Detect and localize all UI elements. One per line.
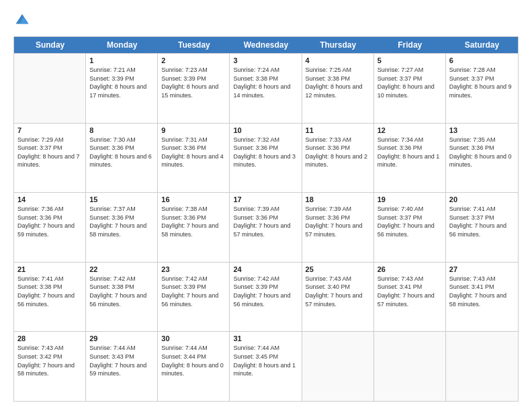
calendar-cell: 22Sunrise: 7:42 AM Sunset: 3:38 PM Dayli…: [86, 263, 158, 332]
calendar-cell: 2Sunrise: 7:23 AM Sunset: 3:39 PM Daylig…: [158, 54, 230, 123]
calendar-cell: 21Sunrise: 7:41 AM Sunset: 3:38 PM Dayli…: [14, 263, 86, 332]
header: [13, 12, 519, 30]
calendar-header-day: Tuesday: [158, 37, 230, 53]
calendar-cell: 10Sunrise: 7:32 AM Sunset: 3:36 PM Dayli…: [230, 124, 302, 193]
calendar-cell: [374, 332, 446, 401]
cell-info: Sunrise: 7:44 AM Sunset: 3:43 PM Dayligh…: [89, 344, 154, 377]
calendar-cell: 23Sunrise: 7:42 AM Sunset: 3:39 PM Dayli…: [158, 263, 230, 332]
calendar-cell: 7Sunrise: 7:29 AM Sunset: 3:37 PM Daylig…: [14, 124, 86, 193]
day-number: 19: [378, 195, 442, 203]
cell-info: Sunrise: 7:39 AM Sunset: 3:36 PM Dayligh…: [306, 205, 370, 238]
calendar-cell: 24Sunrise: 7:42 AM Sunset: 3:39 PM Dayli…: [230, 263, 302, 332]
day-number: 20: [449, 195, 515, 203]
day-number: 9: [161, 126, 226, 134]
cell-info: Sunrise: 7:43 AM Sunset: 3:40 PM Dayligh…: [306, 275, 370, 308]
calendar-body: 1Sunrise: 7:21 AM Sunset: 3:39 PM Daylig…: [14, 53, 518, 401]
calendar-cell: 26Sunrise: 7:43 AM Sunset: 3:41 PM Dayli…: [374, 263, 446, 332]
cell-info: Sunrise: 7:36 AM Sunset: 3:36 PM Dayligh…: [17, 205, 82, 238]
cell-info: Sunrise: 7:24 AM Sunset: 3:38 PM Dayligh…: [233, 66, 298, 99]
calendar-week-5: 28Sunrise: 7:43 AM Sunset: 3:42 PM Dayli…: [14, 331, 518, 401]
cell-info: Sunrise: 7:43 AM Sunset: 3:42 PM Dayligh…: [17, 344, 82, 377]
calendar-cell: 12Sunrise: 7:34 AM Sunset: 3:36 PM Dayli…: [374, 124, 446, 193]
cell-info: Sunrise: 7:28 AM Sunset: 3:37 PM Dayligh…: [449, 66, 515, 99]
day-number: 28: [17, 334, 82, 342]
cell-info: Sunrise: 7:41 AM Sunset: 3:37 PM Dayligh…: [449, 205, 515, 238]
cell-info: Sunrise: 7:35 AM Sunset: 3:36 PM Dayligh…: [449, 136, 515, 169]
day-number: 14: [17, 195, 82, 203]
day-number: 12: [378, 126, 442, 134]
day-number: 29: [89, 334, 154, 342]
calendar-cell: 5Sunrise: 7:27 AM Sunset: 3:37 PM Daylig…: [374, 54, 446, 123]
day-number: 6: [449, 56, 515, 64]
cell-info: Sunrise: 7:44 AM Sunset: 3:45 PM Dayligh…: [233, 344, 298, 377]
day-number: 27: [449, 265, 515, 273]
day-number: 17: [233, 195, 298, 203]
page: SundayMondayTuesdayWednesdayThursdayFrid…: [0, 0, 532, 411]
calendar-cell: 4Sunrise: 7:25 AM Sunset: 3:38 PM Daylig…: [302, 54, 374, 123]
day-number: 1: [89, 56, 154, 64]
calendar-cell: 29Sunrise: 7:44 AM Sunset: 3:43 PM Dayli…: [86, 332, 158, 401]
calendar-cell: 1Sunrise: 7:21 AM Sunset: 3:39 PM Daylig…: [86, 54, 158, 123]
calendar-week-1: 1Sunrise: 7:21 AM Sunset: 3:39 PM Daylig…: [14, 53, 518, 123]
day-number: 4: [306, 56, 370, 64]
calendar-header-day: Sunday: [14, 37, 86, 53]
calendar: SundayMondayTuesdayWednesdayThursdayFrid…: [13, 36, 519, 402]
logo: [13, 12, 30, 30]
cell-info: Sunrise: 7:23 AM Sunset: 3:39 PM Dayligh…: [161, 66, 226, 99]
cell-info: Sunrise: 7:41 AM Sunset: 3:38 PM Dayligh…: [17, 275, 82, 308]
day-number: 7: [17, 126, 82, 134]
calendar-cell: 20Sunrise: 7:41 AM Sunset: 3:37 PM Dayli…: [446, 193, 518, 262]
calendar-cell: 15Sunrise: 7:37 AM Sunset: 3:36 PM Dayli…: [86, 193, 158, 262]
calendar-header-day: Wednesday: [230, 37, 302, 53]
day-number: 31: [233, 334, 298, 342]
calendar-header-day: Thursday: [302, 37, 374, 53]
day-number: 30: [161, 334, 226, 342]
day-number: 5: [378, 56, 442, 64]
day-number: 16: [161, 195, 226, 203]
calendar-cell: 6Sunrise: 7:28 AM Sunset: 3:37 PM Daylig…: [446, 54, 518, 123]
cell-info: Sunrise: 7:43 AM Sunset: 3:41 PM Dayligh…: [449, 275, 515, 308]
day-number: 2: [161, 56, 226, 64]
day-number: 3: [233, 56, 298, 64]
cell-info: Sunrise: 7:31 AM Sunset: 3:36 PM Dayligh…: [161, 136, 226, 169]
calendar-week-4: 21Sunrise: 7:41 AM Sunset: 3:38 PM Dayli…: [14, 262, 518, 332]
calendar-cell: 11Sunrise: 7:33 AM Sunset: 3:36 PM Dayli…: [302, 124, 374, 193]
cell-info: Sunrise: 7:27 AM Sunset: 3:37 PM Dayligh…: [378, 66, 442, 99]
calendar-header-day: Monday: [86, 37, 158, 53]
cell-info: Sunrise: 7:37 AM Sunset: 3:36 PM Dayligh…: [89, 205, 154, 238]
calendar-cell: 25Sunrise: 7:43 AM Sunset: 3:40 PM Dayli…: [302, 263, 374, 332]
calendar-cell: 18Sunrise: 7:39 AM Sunset: 3:36 PM Dayli…: [302, 193, 374, 262]
calendar-header-day: Friday: [374, 37, 446, 53]
calendar-cell: 27Sunrise: 7:43 AM Sunset: 3:41 PM Dayli…: [446, 263, 518, 332]
calendar-cell: 8Sunrise: 7:30 AM Sunset: 3:36 PM Daylig…: [86, 124, 158, 193]
cell-info: Sunrise: 7:33 AM Sunset: 3:36 PM Dayligh…: [306, 136, 370, 169]
calendar-cell: 14Sunrise: 7:36 AM Sunset: 3:36 PM Dayli…: [14, 193, 86, 262]
cell-info: Sunrise: 7:42 AM Sunset: 3:38 PM Dayligh…: [89, 275, 154, 308]
calendar-cell: 28Sunrise: 7:43 AM Sunset: 3:42 PM Dayli…: [14, 332, 86, 401]
day-number: 15: [89, 195, 154, 203]
cell-info: Sunrise: 7:34 AM Sunset: 3:36 PM Dayligh…: [378, 136, 442, 169]
cell-info: Sunrise: 7:30 AM Sunset: 3:36 PM Dayligh…: [89, 136, 154, 169]
calendar-header-row: SundayMondayTuesdayWednesdayThursdayFrid…: [14, 37, 518, 53]
cell-info: Sunrise: 7:29 AM Sunset: 3:37 PM Dayligh…: [17, 136, 82, 169]
logo-icon: [15, 12, 30, 27]
calendar-week-3: 14Sunrise: 7:36 AM Sunset: 3:36 PM Dayli…: [14, 192, 518, 262]
calendar-header-day: Saturday: [446, 37, 518, 53]
calendar-cell: 31Sunrise: 7:44 AM Sunset: 3:45 PM Dayli…: [230, 332, 302, 401]
calendar-cell: 16Sunrise: 7:38 AM Sunset: 3:36 PM Dayli…: [158, 193, 230, 262]
calendar-cell: 30Sunrise: 7:44 AM Sunset: 3:44 PM Dayli…: [158, 332, 230, 401]
day-number: 25: [306, 265, 370, 273]
calendar-cell: 13Sunrise: 7:35 AM Sunset: 3:36 PM Dayli…: [446, 124, 518, 193]
day-number: 26: [378, 265, 442, 273]
cell-info: Sunrise: 7:39 AM Sunset: 3:36 PM Dayligh…: [233, 205, 298, 238]
cell-info: Sunrise: 7:42 AM Sunset: 3:39 PM Dayligh…: [161, 275, 226, 308]
cell-info: Sunrise: 7:40 AM Sunset: 3:37 PM Dayligh…: [378, 205, 442, 238]
day-number: 21: [17, 265, 82, 273]
cell-info: Sunrise: 7:44 AM Sunset: 3:44 PM Dayligh…: [161, 344, 226, 377]
cell-info: Sunrise: 7:32 AM Sunset: 3:36 PM Dayligh…: [233, 136, 298, 169]
day-number: 22: [89, 265, 154, 273]
calendar-cell: [446, 332, 518, 401]
day-number: 24: [233, 265, 298, 273]
cell-info: Sunrise: 7:38 AM Sunset: 3:36 PM Dayligh…: [161, 205, 226, 238]
calendar-cell: 9Sunrise: 7:31 AM Sunset: 3:36 PM Daylig…: [158, 124, 230, 193]
